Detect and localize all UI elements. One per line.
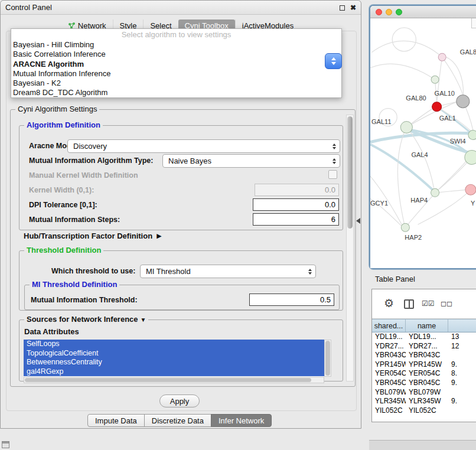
control-panel-titlebar[interactable]: Control Panel ✖ [1,1,361,15]
table-row[interactable]: YDL19...YDL19...13 [372,332,476,342]
table-row[interactable]: YPR145WYPR145W9. [372,360,476,370]
table-row[interactable]: YBR043CYBR043C [372,351,476,360]
data-attributes-items: SelfLoopsTopologicalCoefficientBetweenne… [24,340,324,377]
scrollbar-thumb[interactable] [25,378,311,382]
table-body: YDL19...YDL19...13YDR27...YDR27...12YBR0… [372,332,476,422]
network-canvas[interactable]: GAL80GAL80GAL10GAL11GAL1SWI4GAL4GCY1HAP4… [370,18,476,268]
network-node[interactable] [465,184,476,195]
dropdown-item-aracne-algorithm[interactable]: ARACNE Algorithm [11,60,341,69]
attribute-item-topologicalcoefficient[interactable]: TopologicalCoefficient [24,349,324,358]
minimize-traffic-light[interactable] [386,9,392,15]
mi-steps-field[interactable]: 6 [253,213,339,226]
network-node[interactable] [438,53,446,61]
panel-collapse-arrow[interactable] [356,218,360,224]
scrollbar-thumb[interactable] [347,116,353,229]
table-cell: YBL079W [372,388,406,397]
kernel-width-label: Kernel Width (0,1): [29,186,94,194]
threshold-definition-group: Threshold Definition Which threshold to … [19,250,343,311]
table-row[interactable]: YLR345WYLR345W9. [372,397,476,406]
mi-type-value: Naive Bayes [168,156,211,165]
table-cell [448,388,476,397]
table-header-row: shared...name [372,319,476,332]
list-vertical-scrollbar[interactable] [324,340,331,377]
bottom-tab-infer-network[interactable]: Infer Network [211,414,272,427]
columns-icon[interactable] [404,299,414,309]
deselect-all-checkboxes-icon[interactable]: ◻◻ [441,299,452,308]
table-row[interactable]: YER054CYER054C8. [372,369,476,379]
dropdown-items: Bayesian - Hill ClimbingBasic Correlatio… [11,40,341,98]
manual-kernel-checkbox[interactable] [328,170,337,179]
network-scrollbar-stub[interactable] [471,18,476,28]
dpi-tolerance-field[interactable]: 0.0 [253,198,339,211]
network-node-label: GCY1 [370,200,388,207]
which-threshold-combobox[interactable]: MI Threshold [140,265,316,278]
list-horizontal-scrollbar[interactable] [24,377,324,383]
select-all-checkboxes-icon[interactable]: ☑☑ [422,299,435,308]
attribute-item-selfloops[interactable]: SelfLoops [24,340,324,349]
sources-group-title[interactable]: Sources for Network Inference▼ [24,315,148,324]
mi-type-combobox[interactable]: Naive Bayes [162,154,340,168]
network-node[interactable] [457,95,470,108]
desktop: { "palette": { "selection_blue": "#3a66c… [0,0,476,450]
table-cell: YDR27... [406,342,448,351]
dpi-tolerance-value: 0.0 [325,200,335,209]
algorithm-combobox-button[interactable] [325,53,342,69]
table-cell: YIL052C [372,406,406,416]
bottom-tab-impute-data[interactable]: Impute Data [87,414,145,427]
network-node[interactable] [432,102,442,112]
mi-threshold-field[interactable]: 0.5 [249,294,334,306]
network-node[interactable] [468,131,476,140]
gear-icon[interactable]: ⚙ [384,296,394,310]
table-column-header-shared-[interactable]: shared... [372,319,406,332]
dropdown-item-bayesian-k2[interactable]: Bayesian - K2 [11,79,341,88]
network-view-window: GAL80GAL80GAL10GAL11GAL1SWI4GAL4GCY1HAP4… [369,5,476,269]
mi-threshold-value: 0.5 [320,295,331,304]
table-column-header-2[interactable] [448,319,476,332]
hub-tf-section-header[interactable]: Hub/Transcription Factor Definition ▶ [24,231,162,240]
table-cell: YER054C [372,369,406,379]
dropdown-item-mutual-information-inference[interactable]: Mutual Information Inference [11,69,341,79]
table-cell: YPR145W [406,360,448,370]
sources-title-text: Sources for Network Inference [27,315,138,324]
restore-window-icon[interactable] [340,5,345,11]
close-window-icon[interactable]: ✖ [350,3,356,12]
table-cell: 9. [448,360,476,370]
kernel-width-field[interactable]: 0.0 [255,184,339,196]
network-node[interactable] [401,223,409,231]
table-row[interactable]: YDR27...YDR27...12 [372,342,476,351]
table-cell: YPR145W [372,360,406,370]
close-traffic-light[interactable] [376,9,382,15]
scrollbar-thumb[interactable] [325,341,330,376]
dropdown-item-basic-correlation-inference[interactable]: Basic Correlation Inference [11,50,341,59]
algorithm-definition-group: Algorithm Definition Aracne Mode: Discov… [19,125,343,230]
table-row[interactable]: YBL079WYBL079W [372,388,476,397]
table-cell: 13 [448,332,476,342]
attribute-item-gal4rgexp[interactable]: gal4RGexp [24,367,324,377]
network-node[interactable] [400,122,412,133]
table-row[interactable]: YBR045CYBR045C9. [372,379,476,388]
combo-arrows-icon [332,144,336,149]
algorithm-dropdown-popup: Select algorithm to view settings Bayesi… [11,28,342,98]
table-cell: YBR045C [372,379,406,388]
network-node-label: Y [471,200,475,207]
kernel-width-value: 0.0 [325,185,335,194]
network-node-label: HAP2 [405,234,422,241]
minimized-panel-icon[interactable] [2,441,9,448]
aracne-mode-combobox[interactable]: Discovery [67,139,340,153]
network-window-titlebar[interactable] [370,6,476,18]
network-node[interactable] [465,150,476,164]
settings-vertical-scrollbar[interactable] [346,115,354,381]
table-row[interactable]: YIL052CYIL052C [372,406,476,416]
network-node[interactable] [431,188,439,197]
apply-button[interactable]: Apply [159,394,200,407]
attribute-item-betweennesscentrality[interactable]: BetweennessCentrality [24,358,324,367]
dropdown-item-bayesian-hill-climbing[interactable]: Bayesian - Hill Climbing [11,40,341,50]
table-column-header-name[interactable]: name [406,319,448,332]
bottom-tab-discretize-data[interactable]: Discretize Data [144,414,211,427]
network-node[interactable] [431,76,439,83]
network-node-label: GAL10 [435,90,455,97]
dropdown-item-dream8-dc-tdc-algorithm[interactable]: Dream8 DC_TDC Algorithm [11,88,341,97]
network-node-label: GAL1 [439,115,456,122]
window-title: Control Panel [5,3,52,12]
zoom-traffic-light[interactable] [396,9,402,15]
